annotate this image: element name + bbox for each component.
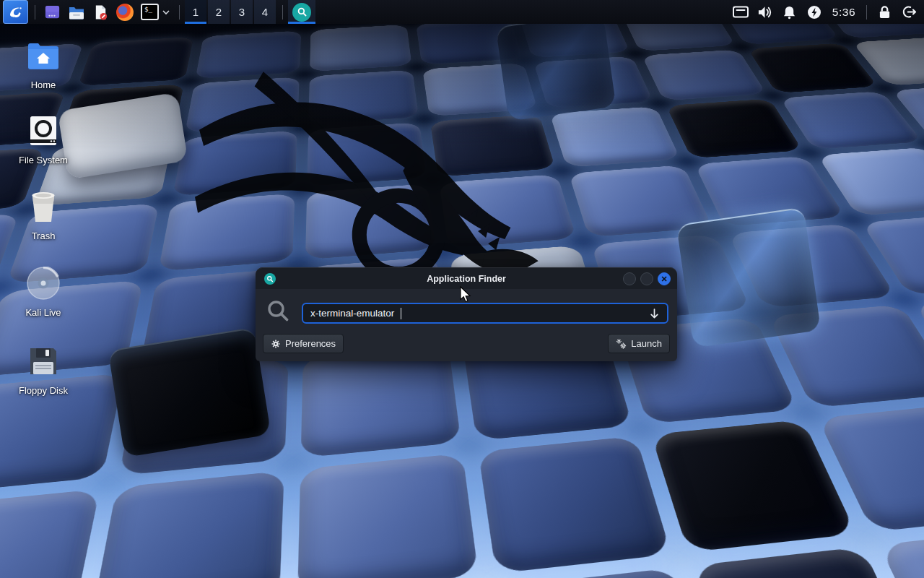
search-input-value: x-terminal-emulator bbox=[310, 308, 394, 319]
text-caret bbox=[401, 308, 401, 319]
desktop-icon-label: File System bbox=[9, 155, 78, 165]
volume-icon[interactable] bbox=[753, 0, 777, 24]
desktop-icon-label: Home bbox=[9, 79, 78, 90]
desktop-icon-trash[interactable]: Trash bbox=[9, 189, 78, 241]
preferences-label: Preferences bbox=[285, 338, 336, 349]
notifications-bell-icon[interactable] bbox=[777, 0, 802, 24]
document-icon bbox=[92, 4, 109, 21]
wallpaper-cube bbox=[879, 526, 924, 578]
kali-menu-button[interactable] bbox=[3, 0, 28, 24]
window-icon bbox=[44, 4, 61, 20]
launch-gears-icon bbox=[616, 338, 627, 349]
launch-button[interactable]: Launch bbox=[608, 334, 670, 353]
wallpaper-cube bbox=[78, 37, 193, 86]
wallpaper-cube bbox=[301, 345, 462, 457]
desktop-icon-label: Floppy Disk bbox=[9, 385, 78, 396]
dropdown-arrow-icon[interactable] bbox=[649, 308, 660, 319]
wallpaper-cube bbox=[650, 419, 856, 552]
trash-icon bbox=[28, 190, 58, 223]
desktop-icon-file-system[interactable]: File System bbox=[9, 113, 78, 165]
mouse-cursor bbox=[460, 286, 472, 303]
close-button[interactable]: ✕ bbox=[658, 272, 671, 285]
chevron-down-icon[interactable] bbox=[162, 8, 170, 17]
drive-icon bbox=[27, 115, 59, 147]
clock[interactable]: 5:36 bbox=[827, 6, 861, 19]
folder-icon bbox=[68, 4, 85, 21]
maximize-button[interactable] bbox=[640, 272, 653, 285]
workspace-switcher: 1 2 3 4 bbox=[185, 0, 277, 24]
home-folder-icon bbox=[27, 40, 60, 71]
app-finder-icon bbox=[264, 273, 276, 285]
desktop-icon-label: Trash bbox=[9, 230, 78, 241]
floppy-icon bbox=[27, 345, 59, 377]
workspace-4[interactable]: 4 bbox=[254, 0, 276, 24]
launcher-file-manager[interactable] bbox=[64, 0, 89, 24]
workspace-1[interactable]: 1 bbox=[185, 0, 206, 24]
wallpaper-cube bbox=[0, 488, 100, 578]
display-settings-icon[interactable] bbox=[728, 0, 753, 24]
lock-screen-icon[interactable] bbox=[872, 0, 897, 24]
wallpaper-cube bbox=[297, 453, 479, 578]
dialog-actions: Preferences Launch bbox=[263, 334, 670, 353]
workspace-3[interactable]: 3 bbox=[231, 0, 253, 24]
search-input[interactable]: x-terminal-emulator bbox=[302, 303, 668, 324]
panel-separator bbox=[866, 5, 867, 20]
desktop-icon-home[interactable]: Home bbox=[9, 38, 78, 90]
workspace-2[interactable]: 2 bbox=[208, 0, 230, 24]
wallpaper-cube bbox=[666, 99, 803, 159]
wallpaper-cube bbox=[310, 25, 412, 72]
panel-separator bbox=[35, 5, 35, 20]
launcher-terminal[interactable]: $_ bbox=[137, 0, 174, 24]
minimize-button[interactable] bbox=[623, 272, 636, 285]
wallpaper-dark-cube bbox=[108, 327, 271, 457]
gear-icon bbox=[271, 339, 281, 349]
wallpaper-glass-cube bbox=[676, 207, 821, 348]
wallpaper-cube bbox=[479, 436, 671, 573]
launcher-group: $_ 1 2 3 4 bbox=[3, 0, 315, 24]
launcher-firefox[interactable] bbox=[113, 0, 137, 24]
panel-separator bbox=[179, 5, 180, 20]
wallpaper-cube bbox=[91, 470, 284, 578]
panel-separator bbox=[282, 5, 283, 20]
power-manager-icon[interactable] bbox=[802, 0, 827, 24]
launcher-desktop[interactable] bbox=[40, 0, 64, 24]
desktop-icon-kali-live[interactable]: Kali Live bbox=[9, 266, 78, 318]
window-controls: ✕ bbox=[623, 272, 671, 285]
system-tray: 5:36 bbox=[728, 0, 921, 24]
firefox-icon bbox=[116, 4, 134, 21]
logout-icon[interactable] bbox=[897, 0, 921, 24]
launch-label: Launch bbox=[631, 338, 662, 349]
desktop-icon-floppy-disk[interactable]: Floppy Disk bbox=[9, 344, 78, 396]
application-finder-window: Application Finder ✕ x-terminal-emulator bbox=[256, 267, 677, 361]
launcher-text-editor[interactable] bbox=[89, 0, 113, 24]
search-icon bbox=[266, 299, 290, 323]
taskbar-application-finder[interactable] bbox=[288, 0, 315, 24]
app-finder-icon bbox=[292, 3, 311, 22]
wallpaper-cube bbox=[642, 49, 767, 100]
kali-dragon-icon bbox=[7, 4, 25, 21]
window-title: Application Finder bbox=[256, 274, 677, 284]
disc-icon bbox=[27, 267, 60, 300]
desktop-root: $_ 1 2 3 4 bbox=[0, 0, 924, 578]
preferences-button[interactable]: Preferences bbox=[263, 334, 344, 353]
desktop-icon-label: Kali Live bbox=[9, 307, 78, 318]
terminal-icon: $_ bbox=[141, 4, 159, 20]
top-panel: $_ 1 2 3 4 bbox=[0, 0, 924, 24]
